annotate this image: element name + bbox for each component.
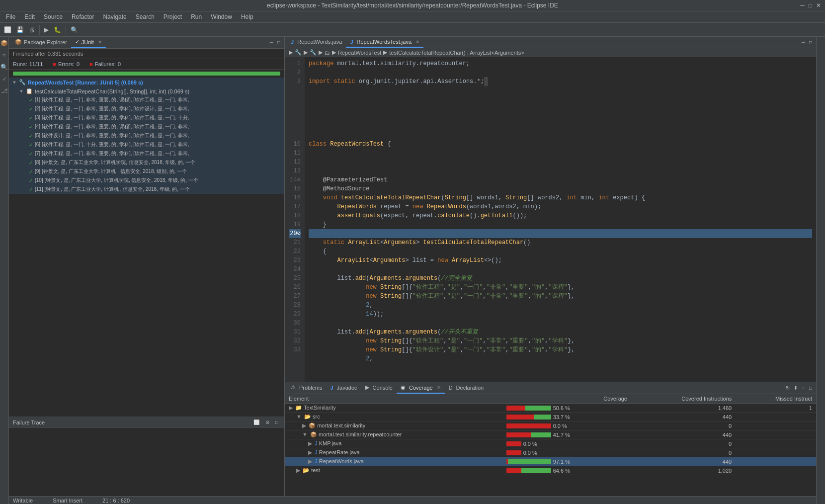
trace-filter-btn[interactable]: ⊘ (263, 419, 271, 426)
menu-search[interactable]: Search (132, 12, 159, 21)
menu-file[interactable]: File (2, 12, 19, 21)
editor-tab-2-close[interactable]: ✕ (415, 39, 419, 45)
coverage-row-mtsr[interactable]: ▼ 📦 mortal.text.similarity.repeatcounter (285, 430, 816, 439)
rr-expand[interactable]: ▶ (308, 449, 312, 455)
sidebar-hierarchy-icon[interactable]: ⌗ (1, 51, 7, 60)
mtsr-covered: 440 (631, 430, 736, 439)
pass-icon-3: ✓ (29, 115, 33, 121)
status-insert-mode: Smart Insert (53, 498, 82, 504)
test-case-6[interactable]: ✓ [6] [软件工程, 是, 一门, 十分, 重要, 的, 学科], [软件工… (9, 140, 284, 149)
test-case-8[interactable]: ✓ [8] [钟景文, 是, 广东工业大学, 计算机学院, 信息安全, 2018… (9, 158, 284, 167)
coverage-row-test[interactable]: ▶ 📂 test 64.6 % (285, 466, 816, 475)
toolbar-new-btn[interactable]: ⬜ (2, 25, 13, 34)
test-case-5[interactable]: ✓ [5] [软件设计, 是, 一门, 非常, 重要, 的, 学科], [软件工… (9, 131, 284, 140)
src-expand[interactable]: ▼ (296, 414, 302, 420)
kmp-missed (736, 439, 816, 448)
bottom-maximize[interactable]: □ (807, 384, 814, 392)
bottom-content: Element Coverage Covered Instructions Mi… (285, 394, 816, 496)
editor-maximize[interactable]: □ (807, 39, 814, 46)
test-case-7[interactable]: ✓ [7] [软件工程, 是, 一门, 非常, 重要, 的, 学科], [软件工… (9, 149, 284, 158)
tab-javadoc[interactable]: J Javadoc (326, 383, 361, 394)
status-sections: Writable Smart Insert 21 : 6 : 620 (13, 498, 130, 504)
toolbar-save-btn[interactable]: 💾 (14, 25, 26, 34)
sidebar-search-icon[interactable]: 🔍 (0, 63, 9, 72)
menu-edit[interactable]: Edit (20, 12, 39, 21)
menu-refactor[interactable]: Refactor (68, 12, 98, 21)
menu-project[interactable]: Project (160, 12, 186, 21)
tab-package-explorer[interactable]: 📦 Package Explorer (11, 37, 71, 48)
close-btn[interactable]: ✕ (816, 2, 821, 9)
tab-coverage[interactable]: ◉ Coverage ✕ (397, 382, 445, 394)
toolbar-debug-btn[interactable]: 🐛 (52, 25, 63, 34)
test-case-11[interactable]: ✓ [11] [钟景文, 是, 广东工业大学, 计算机 , 信息安全, 2018… (9, 185, 284, 194)
test-case-9[interactable]: ✓ [9] [钟景文, 是, 广东工业大学, 计算机 , 信息安全, 2018,… (9, 167, 284, 176)
bc-icon-1: 🔧 (295, 49, 302, 56)
menu-navigate[interactable]: Navigate (99, 12, 130, 21)
col-missed: Missed Instruct (736, 394, 816, 404)
menu-help[interactable]: Help (237, 12, 257, 21)
bottom-minimize[interactable]: ─ (800, 384, 807, 392)
test-method-header[interactable]: ▼ 📋 testCalculateTotalRepeatChar(String[… (9, 87, 284, 95)
sidebar-task-icon[interactable]: ✓ (1, 75, 8, 84)
left-panel-maximize[interactable]: □ (275, 39, 282, 46)
coverage-row-src[interactable]: ▼ 📂 src 33.7 % (285, 413, 816, 421)
menu-run[interactable]: Run (187, 12, 206, 21)
coverage-row-kmp[interactable]: ▶ J KMP.java 0.0 % (285, 439, 816, 448)
test-expand[interactable]: ▶ (296, 467, 300, 473)
coverage-tab-close[interactable]: ✕ (437, 385, 441, 390)
tab-console[interactable]: ▶ Console (361, 382, 397, 394)
tab-repeatwords-java[interactable]: J RepeatWords.java (287, 37, 346, 48)
coverage-export-btn[interactable]: ⬇ (792, 384, 800, 392)
editor-tab-1-label: RepeatWords.java (297, 39, 342, 45)
rr-covered: 0 (631, 448, 736, 457)
editor-minimize[interactable]: ─ (800, 39, 807, 46)
sidebar-git-icon[interactable]: ⎇ (0, 86, 9, 95)
coverage-row-rr[interactable]: ▶ J RepeatRate.java 0.0 % (285, 448, 816, 457)
tab-declaration[interactable]: D Declaration (445, 383, 488, 394)
mtsr-expand[interactable]: ▼ (302, 431, 308, 437)
minimize-btn[interactable]: ─ (800, 2, 805, 9)
left-panel-minimize[interactable]: ─ (268, 39, 275, 46)
maximize-btn[interactable]: □ (809, 2, 812, 9)
test-tree[interactable]: ▼ 🔧 RepeatWordsTest [Runner: JUnit 5] (0… (9, 78, 284, 417)
pass-icon-11: ✓ (29, 187, 33, 192)
code-area[interactable]: 123 1011121314⊘1516171819 20⊘21222324252… (285, 57, 816, 382)
bc-class[interactable]: RepeatWordsTest (338, 50, 381, 56)
menu-source[interactable]: Source (40, 12, 67, 21)
coverage-row-mts[interactable]: ▶ 📦 mortal.text.similarity 0.0 % (285, 421, 816, 430)
failures-stat: ■ Failures: 0 (89, 61, 121, 67)
code-content[interactable]: package mortal.text.similarity.repeatcou… (305, 57, 816, 382)
junit-tab-close[interactable]: ✕ (98, 39, 102, 45)
kmp-expand[interactable]: ▶ (308, 440, 312, 446)
menu-window[interactable]: Window (207, 12, 236, 21)
coverage-row-rw[interactable]: ▶ J RepeatWords.java 97.1 % (285, 457, 816, 466)
rw-expand[interactable]: ▶ (308, 458, 312, 464)
failure-trace-content (9, 428, 284, 495)
toolbar-print-btn[interactable]: 🖨 (27, 25, 37, 34)
test-suite-row[interactable]: ▼ 🔧 RepeatWordsTest [Runner: JUnit 5] (0… (9, 78, 284, 194)
coverage-refresh-btn[interactable]: ↻ (784, 384, 792, 392)
tab-repeatwordstest-java[interactable]: J RepeatWordsTest.java ✕ (346, 37, 423, 48)
junit-finished-text: Finished after 0.331 seconds (13, 51, 83, 57)
bc-method[interactable]: testCalculateTotalRepeatChar() : ArrayLi… (389, 50, 524, 56)
bc-arrow-4: ▶ (332, 49, 336, 56)
test-method-row[interactable]: ▼ 📋 testCalculateTotalRepeatChar(String[… (9, 87, 284, 194)
tab-junit[interactable]: ✓ JUnit ✕ (71, 37, 106, 48)
tab-problems[interactable]: ⚠ Problems (287, 382, 326, 394)
trace-copy-btn[interactable]: ⬜ (251, 419, 261, 426)
sidebar-pkg-icon[interactable]: 📦 (0, 39, 9, 48)
trace-expand-btn[interactable]: □ (273, 419, 280, 426)
test-case-2[interactable]: ✓ [2] [软件工程, 是, 一门, 非常, 重要, 的, 学科], [软件设… (9, 104, 284, 113)
toolbar-search-btn[interactable]: 🔍 (69, 25, 80, 34)
coverage-row-textsimilarity[interactable]: ▶ 📁 TextSimilarity 50.6 % (285, 404, 816, 413)
test-case-3[interactable]: ✓ [3] [软件工程, 是, 一门, 非常, 重要, 的, 学科], [软件工… (9, 113, 284, 122)
coverage-table-wrap[interactable]: Element Coverage Covered Instructions Mi… (285, 394, 816, 496)
toolbar-run-btn[interactable]: ▶ (42, 25, 51, 34)
test-case-4[interactable]: ✓ [4] [软件工程, 是, 一门, 非常, 重要, 的, 课程], [软件工… (9, 122, 284, 131)
ts-expand[interactable]: ▶ (289, 405, 293, 411)
mts-expand[interactable]: ▶ (302, 422, 306, 428)
test-case-1[interactable]: ✓ [1] [软件工程, 是, 一门, 非常, 重要, 的, 课程], [软件工… (9, 95, 284, 104)
rr-missed (736, 448, 816, 457)
test-case-10[interactable]: ✓ [10] [钟景文, 是, 广东工业大学, 计算机学院, 信息安全, 201… (9, 176, 284, 185)
test-suite-header[interactable]: ▼ 🔧 RepeatWordsTest [Runner: JUnit 5] (0… (9, 78, 284, 87)
